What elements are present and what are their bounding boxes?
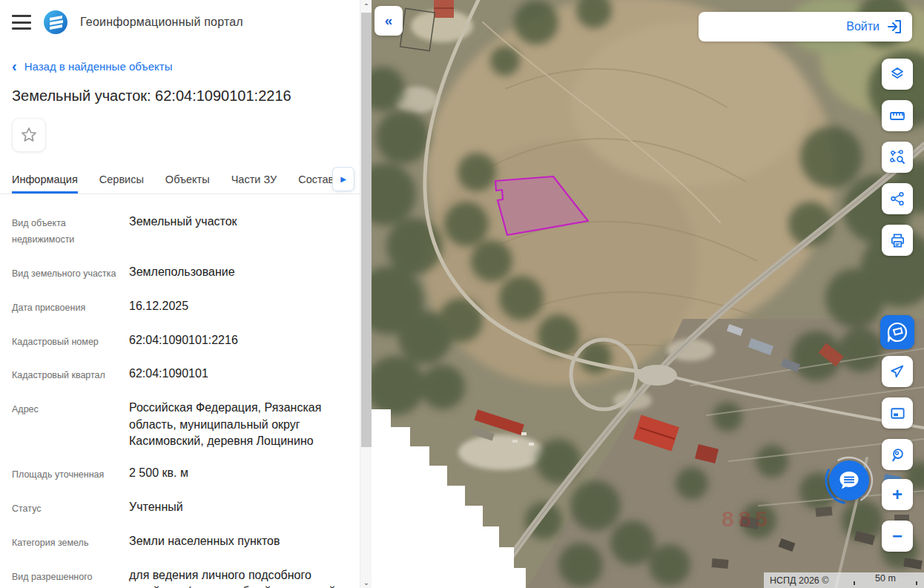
field-value: для ведения личного подсобного хозяйства… xyxy=(129,567,348,588)
geolocate-icon xyxy=(889,363,905,380)
chat-bubble-circle xyxy=(829,460,869,501)
page-title: Земельный участок: 62:04:1090101:2216 xyxy=(12,87,348,105)
field-value: 2 500 кв. м xyxy=(129,465,348,483)
field-row: Вид объекта недвижимости Земельный участ… xyxy=(12,214,348,248)
panel-scrollbar[interactable]: ⌃ ⌄ xyxy=(360,0,372,588)
geoportal-app: Геоинформационный портал ‹ Назад в найде… xyxy=(0,0,924,588)
panel-header: Геоинформационный портал xyxy=(0,0,360,42)
tab-parcel-parts[interactable]: Части ЗУ xyxy=(231,174,277,194)
field-label: Вид земельного участка xyxy=(12,264,129,283)
measure-button[interactable] xyxy=(882,100,913,131)
ruler-icon xyxy=(888,107,906,125)
field-row: Вид земельного участка Землепользование xyxy=(12,264,348,283)
chat-bubble-icon xyxy=(838,470,860,491)
field-value: Учтенный xyxy=(129,499,348,518)
field-row: Кадастровый квартал 62:04:1090101 xyxy=(12,366,348,384)
field-label: Вид разрешенного использования xyxy=(12,567,129,588)
double-chevron-left-icon: « xyxy=(385,13,393,29)
zoom-in-button[interactable]: + xyxy=(882,479,913,510)
field-value: 16.12.2025 xyxy=(129,298,348,317)
field-value: 62:04:1090101:2216 xyxy=(129,332,348,351)
share-button[interactable] xyxy=(882,183,913,214)
field-row: Вид разрешенного использования для веден… xyxy=(12,567,348,588)
tab-composition[interactable]: Состав xyxy=(298,174,334,194)
field-value: Землепользование xyxy=(129,264,348,283)
minus-icon: − xyxy=(892,527,902,545)
object-search-icon xyxy=(889,446,906,463)
menu-icon[interactable] xyxy=(12,15,31,30)
field-label: Адрес xyxy=(12,400,129,449)
area-search-icon xyxy=(888,148,906,166)
print-button[interactable] xyxy=(882,225,913,256)
back-link[interactable]: ‹ Назад в найденные объекты xyxy=(12,60,348,73)
field-value: Российская Федерация, Рязанская область,… xyxy=(129,400,348,449)
plus-icon: + xyxy=(892,486,902,503)
field-label: Категория земель xyxy=(12,533,129,552)
favorite-button[interactable] xyxy=(12,118,46,152)
login-icon xyxy=(886,19,902,34)
field-row: Дата присвоения 16.12.2025 xyxy=(12,298,348,317)
tab-bar: Информация Сервисы Объекты Части ЗУ Сост… xyxy=(0,167,360,194)
scrollbar-thumb[interactable] xyxy=(361,13,372,447)
tab-information[interactable]: Информация xyxy=(12,174,78,194)
field-label: Кадастровый номер xyxy=(12,332,129,351)
star-icon xyxy=(19,125,39,145)
tab-services[interactable]: Сервисы xyxy=(99,174,144,194)
layers-icon xyxy=(888,65,906,83)
field-row: Категория земель Земли населенных пункто… xyxy=(12,533,348,552)
tabs-scroll-right-button[interactable]: ▶ xyxy=(332,167,354,191)
identify-parcel-button[interactable] xyxy=(880,315,914,349)
zoom-out-button[interactable]: − xyxy=(882,521,913,552)
map-attribution-bar: НСПД 2026 © 50 m xyxy=(764,572,924,588)
overview-map-button[interactable] xyxy=(882,397,913,429)
back-link-label: Назад в найденные объекты xyxy=(24,60,173,73)
field-value: Земли населенных пунктов xyxy=(129,533,348,552)
scale-bar: 50 m xyxy=(854,575,917,586)
print-icon xyxy=(889,232,906,249)
field-value: Земельный участок xyxy=(129,214,348,248)
field-label: Статус xyxy=(12,499,129,518)
field-row: Кадастровый номер 62:04:1090101:2216 xyxy=(12,332,348,351)
spatial-search-button[interactable] xyxy=(882,142,913,173)
field-row: Площадь уточненная 2 500 кв. м xyxy=(12,465,348,483)
field-list: Вид объекта недвижимости Земельный участ… xyxy=(0,194,360,588)
map-canvas[interactable]: 885 « Войти xyxy=(372,0,924,588)
geolocate-button[interactable] xyxy=(882,356,913,387)
scroll-down-icon[interactable]: ⌄ xyxy=(360,576,372,588)
field-row: Адрес Российская Федерация, Рязанская об… xyxy=(12,400,348,449)
identify-parcel-icon xyxy=(886,321,908,343)
app-title: Геоинформационный портал xyxy=(80,16,243,29)
overview-map-icon xyxy=(889,405,906,422)
chevron-left-icon: ‹ xyxy=(12,61,17,71)
field-label: Кадастровый квартал xyxy=(12,366,129,384)
layers-button[interactable] xyxy=(882,59,913,90)
login-button[interactable]: Войти xyxy=(699,12,912,42)
chat-fab[interactable] xyxy=(824,455,874,506)
object-search-button[interactable] xyxy=(882,439,913,470)
app-logo-icon xyxy=(43,10,68,35)
scroll-up-icon[interactable]: ⌃ xyxy=(360,0,372,12)
triangle-right-icon: ▶ xyxy=(340,175,346,183)
field-value: 62:04:1090101 xyxy=(129,366,348,384)
collapse-panel-button[interactable]: « xyxy=(374,6,403,36)
info-panel: Геоинформационный портал ‹ Назад в найде… xyxy=(0,0,360,588)
login-label: Войти xyxy=(846,20,880,33)
field-label: Дата присвоения xyxy=(12,298,129,317)
scale-line xyxy=(854,581,917,585)
share-icon xyxy=(889,191,905,207)
field-row: Статус Учтенный xyxy=(12,499,348,518)
field-label: Вид объекта недвижимости xyxy=(12,214,129,248)
tab-objects[interactable]: Объекты xyxy=(165,174,210,194)
attribution-text: НСПД 2026 © xyxy=(770,575,828,586)
field-label: Площадь уточненная xyxy=(12,465,129,483)
